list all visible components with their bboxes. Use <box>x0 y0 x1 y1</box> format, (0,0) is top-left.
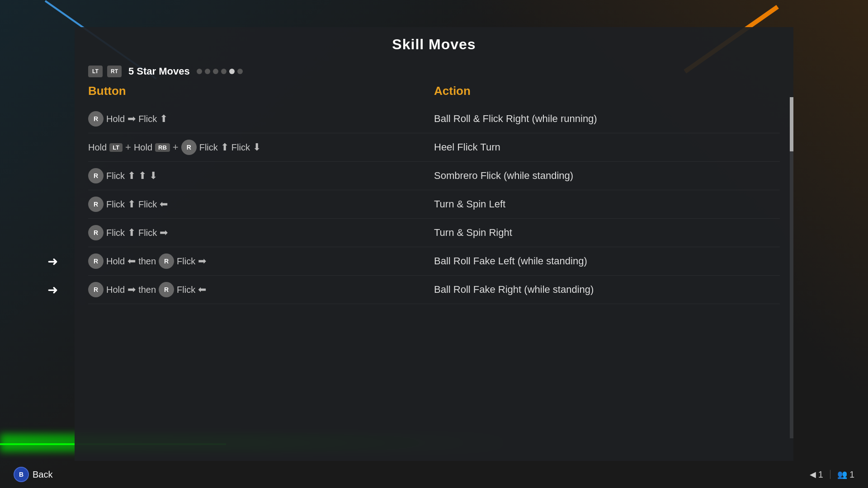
page-number-item: ◀ 1 <box>810 469 823 480</box>
move-button-3: R Flick ⬆ ⬆ ⬇ <box>88 168 434 183</box>
move-row-1: R Hold ➡ Flick ⬆ Ball Roll & Flick Right… <box>88 105 780 133</box>
move-row-6: ➜ R Hold ⬅ then R Flick ➡ Ball Roll Fake… <box>88 247 780 276</box>
arrow-left-4-icon: ⬅ <box>160 198 168 210</box>
flick-text-4b: Flick <box>138 199 157 210</box>
plus-icon: + <box>125 141 131 153</box>
dot-indicators <box>197 69 243 74</box>
players-item: 👥 1 <box>837 469 854 480</box>
move-action-6: Ball Roll Fake Left (while standing) <box>434 255 780 267</box>
flick-text-3: Flick <box>106 171 125 181</box>
b-button-icon: B <box>14 467 29 482</box>
arrow-left-7-icon: ⬅ <box>198 284 206 296</box>
rt-badge: RT <box>107 66 122 77</box>
then-text-6: then <box>138 256 156 267</box>
arrow-left-6-icon: ⬅ <box>127 255 136 267</box>
moves-list: R Hold ➡ Flick ⬆ Ball Roll & Flick Right… <box>75 105 793 304</box>
r-button-2-icon: R <box>181 140 197 155</box>
bottom-bar: B Back ◀ 1 👥 1 <box>0 461 868 488</box>
back-button[interactable]: B Back <box>14 467 52 482</box>
r-button-4-icon: R <box>88 197 104 212</box>
page-number: 1 <box>818 469 823 480</box>
hold-text: Hold <box>106 114 125 124</box>
nav-left-icon: ◀ <box>810 469 816 479</box>
section-title: 5 Star Moves <box>128 66 190 77</box>
flick-text-7: Flick <box>177 285 195 295</box>
flick-text-6: Flick <box>177 256 195 267</box>
nav-header: LT RT 5 Star Moves <box>75 62 793 80</box>
move-action-1: Ball Roll & Flick Right (while running) <box>434 113 780 125</box>
arrow-right-6-icon: ➡ <box>198 255 206 267</box>
move-button-2: Hold LT + Hold RB + R Flick ⬆ Flick ⬇ <box>88 140 434 155</box>
hold-text-2b: Hold <box>134 142 152 153</box>
move-row-3: R Flick ⬆ ⬆ ⬇ Sombrero Flick (while stan… <box>88 162 780 190</box>
plus-icon-2: + <box>173 141 179 153</box>
scrollbar-thumb[interactable] <box>790 97 793 151</box>
col-header-button: Button <box>88 84 434 98</box>
dot-4 <box>221 69 226 74</box>
move-action-4: Turn & Spin Left <box>434 198 780 210</box>
back-label: Back <box>33 469 52 480</box>
row-indicator-6: ➜ <box>47 254 58 269</box>
r-button-3-icon: R <box>88 168 104 183</box>
dot-6 <box>237 69 243 74</box>
move-button-5: R Flick ⬆ Flick ➡ <box>88 225 434 240</box>
hold-text-2: Hold <box>88 142 107 153</box>
page-title: Skill Moves <box>75 27 793 62</box>
arrow-right-7-icon: ➡ <box>127 284 136 296</box>
move-action-3: Sombrero Flick (while standing) <box>434 170 780 182</box>
flick-text-5a: Flick <box>106 228 125 238</box>
r-button-7b-icon: R <box>159 282 174 297</box>
move-row-5: R Flick ⬆ Flick ➡ Turn & Spin Right <box>88 219 780 247</box>
arrow-up-3a-icon: ⬆ <box>127 170 136 182</box>
page-info: ◀ 1 👥 1 <box>810 469 854 480</box>
flick-text-5b: Flick <box>138 228 157 238</box>
r-button-icon: R <box>88 111 104 127</box>
move-button-6: R Hold ⬅ then R Flick ➡ <box>88 253 434 269</box>
row-indicator-7: ➜ <box>47 282 58 297</box>
flick-text-2b: Flick <box>231 142 250 153</box>
arrow-up-3b-icon: ⬆ <box>138 170 146 182</box>
arrow-up-2-icon: ⬆ <box>221 141 229 153</box>
flick-text: Flick <box>138 114 157 124</box>
dot-1 <box>197 69 202 74</box>
arrow-down-2-icon: ⬇ <box>253 141 261 153</box>
hold-text-7: Hold <box>106 285 125 295</box>
arrow-right-icon: ➡ <box>127 113 136 125</box>
move-row-4: R Flick ⬆ Flick ⬅ Turn & Spin Left <box>88 190 780 219</box>
lt-badge: LT <box>88 66 103 77</box>
move-row-7: ➜ R Hold ➡ then R Flick ⬅ Ball Roll Fake… <box>88 276 780 304</box>
move-button-7: R Hold ➡ then R Flick ⬅ <box>88 282 434 297</box>
r-button-6b-icon: R <box>159 253 174 269</box>
move-action-7: Ball Roll Fake Right (while standing) <box>434 284 780 296</box>
dot-3 <box>213 69 218 74</box>
then-text-7: then <box>138 285 156 295</box>
flick-text-4a: Flick <box>106 199 125 210</box>
move-action-5: Turn & Spin Right <box>434 227 780 239</box>
move-action-2: Heel Flick Turn <box>434 141 780 153</box>
arrow-up-5-icon: ⬆ <box>127 227 136 239</box>
arrow-right-5-icon: ➡ <box>160 227 168 239</box>
players-icon: 👥 <box>837 469 847 479</box>
scrollbar-track[interactable] <box>790 97 793 438</box>
arrow-up-icon: ⬆ <box>160 113 168 125</box>
flick-text-2a: Flick <box>199 142 218 153</box>
divider <box>830 470 830 479</box>
col-header-action: Action <box>434 84 780 98</box>
lt-btn-rect: LT <box>109 143 123 152</box>
r-button-5-icon: R <box>88 225 104 240</box>
rb-btn-rect: RB <box>155 143 170 152</box>
hold-text-6: Hold <box>106 256 125 267</box>
r-button-7-icon: R <box>88 282 104 297</box>
arrow-down-3-icon: ⬇ <box>149 170 157 182</box>
move-button-4: R Flick ⬆ Flick ⬅ <box>88 197 434 212</box>
dot-5-active <box>229 69 235 74</box>
players-count: 1 <box>849 469 854 480</box>
move-row-2: Hold LT + Hold RB + R Flick ⬆ Flick ⬇ He… <box>88 133 780 162</box>
dot-2 <box>205 69 210 74</box>
column-headers: Button Action <box>75 80 793 103</box>
main-panel: Skill Moves LT RT 5 Star Moves Button Ac… <box>75 27 793 461</box>
arrow-up-4-icon: ⬆ <box>127 198 136 210</box>
move-button-1: R Hold ➡ Flick ⬆ <box>88 111 434 127</box>
r-button-6-icon: R <box>88 253 104 269</box>
